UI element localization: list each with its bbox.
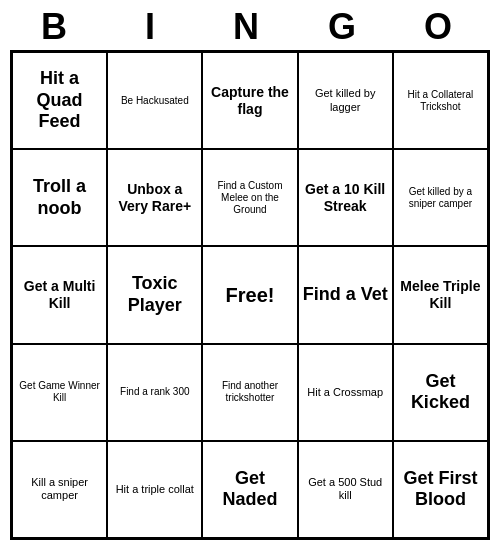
bingo-title: BINGO [10,0,490,50]
bingo-cell-6[interactable]: Unbox a Very Rare+ [107,149,202,246]
title-letter: O [398,6,486,48]
bingo-cell-0[interactable]: Hit a Quad Feed [12,52,107,149]
bingo-cell-11[interactable]: Toxic Player [107,246,202,343]
bingo-cell-2[interactable]: Capture the flag [202,52,297,149]
bingo-cell-4[interactable]: Hit a Collateral Trickshot [393,52,488,149]
bingo-cell-23[interactable]: Get a 500 Stud kill [298,441,393,538]
title-letter: I [110,6,198,48]
bingo-cell-14[interactable]: Melee Triple Kill [393,246,488,343]
bingo-cell-9[interactable]: Get killed by a sniper camper [393,149,488,246]
title-letter: G [302,6,390,48]
bingo-cell-22[interactable]: Get Naded [202,441,297,538]
bingo-cell-13[interactable]: Find a Vet [298,246,393,343]
bingo-cell-7[interactable]: Find a Custom Melee on the Ground [202,149,297,246]
bingo-cell-3[interactable]: Get killed by lagger [298,52,393,149]
bingo-cell-15[interactable]: Get Game Winner Kill [12,344,107,441]
bingo-cell-8[interactable]: Get a 10 Kill Streak [298,149,393,246]
bingo-cell-10[interactable]: Get a Multi Kill [12,246,107,343]
bingo-cell-12[interactable]: Free! [202,246,297,343]
bingo-cell-20[interactable]: Kill a sniper camper [12,441,107,538]
bingo-cell-24[interactable]: Get First Blood [393,441,488,538]
title-letter: B [14,6,102,48]
bingo-grid: Hit a Quad FeedBe HackusatedCapture the … [10,50,490,540]
bingo-cell-5[interactable]: Troll a noob [12,149,107,246]
bingo-cell-1[interactable]: Be Hackusated [107,52,202,149]
bingo-cell-16[interactable]: Find a rank 300 [107,344,202,441]
bingo-cell-19[interactable]: Get Kicked [393,344,488,441]
bingo-cell-21[interactable]: Hit a triple collat [107,441,202,538]
bingo-cell-17[interactable]: Find another trickshotter [202,344,297,441]
bingo-cell-18[interactable]: Hit a Crossmap [298,344,393,441]
title-letter: N [206,6,294,48]
